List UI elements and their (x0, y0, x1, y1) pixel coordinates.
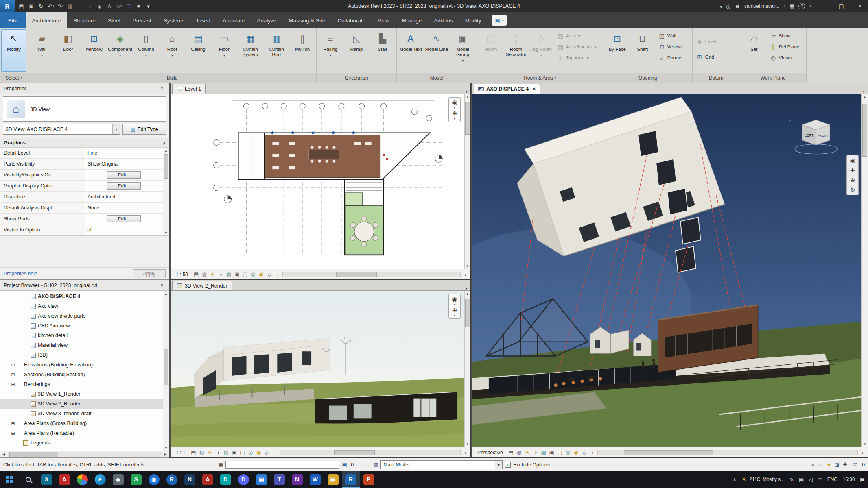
taskbar-app[interactable] (73, 471, 91, 488)
rendering-dialog-icon[interactable]: ▨ (540, 449, 548, 455)
scroll-left-icon[interactable]: ‹ (589, 450, 596, 455)
show-crop-region-icon[interactable]: ▢ (238, 449, 246, 455)
scroll-right-icon[interactable]: › (859, 450, 866, 455)
property-row[interactable]: Graphic Display Optio... Edit... (0, 181, 163, 192)
projection-mode-control[interactable]: Perspective (474, 450, 506, 455)
select-underlay-icon[interactable]: ▱ (817, 462, 825, 468)
ribbon-tab[interactable]: File (0, 12, 26, 28)
visual-style-icon[interactable]: ◍ (200, 271, 208, 277)
view-tab-menu-icon[interactable]: ▾ (466, 89, 468, 94)
tree-item[interactable]: Material view (0, 340, 163, 350)
column-button[interactable]: ▯ Column ▾ (133, 29, 159, 72)
property-value[interactable]: Show Original (85, 159, 163, 169)
weather-widget[interactable]: ☀ 21°C Mostly s... (741, 476, 785, 483)
constraints-icon[interactable]: ◇ (262, 449, 271, 455)
select-pinned-icon[interactable]: ★ (825, 462, 833, 468)
scroll-up-icon[interactable]: ▲ (163, 148, 169, 153)
vertical-opening-button[interactable]: ⊓ Vertical (657, 42, 690, 52)
user-menu-caret-icon[interactable]: ▾ (784, 4, 786, 8)
scroll-left-icon[interactable]: ◀ (0, 453, 7, 456)
start-button[interactable] (0, 471, 19, 488)
mullion-button[interactable]: ∥ Mullion (290, 29, 315, 72)
property-value[interactable]: None (85, 203, 163, 213)
notification-center-icon[interactable]: ▣ (860, 477, 865, 483)
reveal-hidden-elements-icon[interactable]: ◉ (572, 449, 580, 455)
tree-item[interactable]: ⊟ Renderings (0, 379, 163, 389)
text-icon[interactable]: A (105, 2, 114, 11)
close-view-icon[interactable]: × (533, 86, 536, 92)
view-tab-menu-icon[interactable]: ▾ (863, 89, 865, 94)
signed-in-user[interactable]: samuel.macali... (744, 3, 780, 9)
active-tool-indicator[interactable]: ▣ ▾ (492, 15, 506, 26)
panel-label-work-plane[interactable]: Work Plane (740, 73, 806, 83)
design-options-icon[interactable]: ▧ (373, 462, 378, 468)
show-crop-region-icon[interactable]: ▢ (556, 449, 564, 455)
wall-opening-button[interactable]: ◫ Wall (657, 31, 690, 41)
back-icon[interactable]: ◂ (719, 3, 722, 9)
workset-input[interactable] (225, 461, 339, 469)
area-button[interactable]: ▨ Area ▾ (555, 31, 601, 41)
scroll-left-icon[interactable]: ‹ (271, 450, 278, 455)
ribbon-tab[interactable]: Steel (102, 12, 127, 28)
help-menu-caret-icon[interactable]: ▾ (809, 4, 811, 8)
view-tab-menu-icon[interactable]: ▾ (466, 286, 468, 290)
curtain-grid-button[interactable]: ▥ Curtain Grid (264, 29, 289, 72)
panel-label-build[interactable]: Build (28, 73, 316, 83)
detail-level-icon[interactable]: ▤ (507, 449, 515, 455)
taskbar-app[interactable]: D (234, 471, 252, 488)
property-row[interactable]: Visible In Option all (0, 224, 163, 235)
scroll-down-icon[interactable]: ▼ (163, 230, 169, 235)
ribbon-tab[interactable]: Add-Ins (428, 12, 459, 28)
property-row[interactable]: Detail Level Fine (0, 148, 163, 159)
customize-qat-icon[interactable]: ▾ (144, 2, 153, 11)
modify-button[interactable]: ↖ Modify (1, 29, 26, 72)
pen-icon[interactable]: ✎ (789, 477, 794, 483)
shadows-icon[interactable]: ◑ (214, 449, 222, 455)
scroll-up-icon[interactable]: ▲ (465, 94, 470, 100)
temporary-hide-isolate-icon[interactable]: ◎ (246, 449, 254, 455)
chevron-down-icon[interactable]: ▾ (454, 314, 455, 317)
scale-control[interactable]: 1 : 1 (173, 450, 188, 455)
taskbar-app[interactable]: S (127, 471, 145, 488)
zoom-icon[interactable]: ⊕ (850, 176, 855, 183)
navigation-bar[interactable]: ◉ ▾ ⊕ ▾ (448, 97, 461, 122)
close-button[interactable]: × (853, 0, 867, 12)
taskbar-app[interactable]: N (288, 471, 306, 488)
rendering-dialog-icon[interactable]: ▨ (225, 271, 233, 277)
tree-item[interactable]: ⊞ Area Plans (Rentable) (0, 428, 163, 438)
tree-item[interactable]: 3D View 2_Render (0, 399, 163, 409)
navigation-bar[interactable]: ◉ ✚ ⊕ ↻ (846, 155, 859, 195)
scroll-down-icon[interactable]: ▼ (465, 441, 470, 447)
horizontal-scrollbar[interactable] (597, 450, 858, 455)
ribbon-tab[interactable]: Architecture (26, 12, 67, 28)
apply-button[interactable]: Apply (133, 269, 166, 278)
thin-lines-icon[interactable]: ≡ (134, 2, 143, 11)
taskbar-app[interactable]: P (360, 471, 378, 488)
drag-on-selection-icon[interactable]: ✚ (841, 462, 849, 468)
full-navigation-wheel-icon[interactable]: ◉ (850, 157, 855, 164)
editable-only-icon[interactable]: ▣ (342, 462, 347, 468)
visual-style-icon[interactable]: ◍ (515, 449, 523, 455)
property-value[interactable]: Edit... (85, 170, 163, 180)
taskbar-app[interactable]: ◍ (145, 471, 163, 488)
select-by-face-icon[interactable]: ◪ (833, 462, 841, 468)
horizontal-scrollbar[interactable] (282, 272, 461, 277)
graphics-section-header[interactable]: Graphics ∧ (0, 138, 169, 148)
rendering-dialog-icon[interactable]: ▨ (222, 449, 230, 455)
chevron-down-icon[interactable]: ▾ (454, 117, 455, 120)
panel-label-room-area[interactable]: Room & Area▾ (477, 73, 603, 83)
close-icon[interactable]: × (158, 85, 166, 92)
ribbon-tab[interactable]: Precast (127, 12, 157, 28)
network-icon[interactable]: ◠ (818, 477, 822, 483)
crop-view-icon[interactable]: ▣ (230, 449, 238, 455)
navigation-bar[interactable]: ◉ ▾ ⊕ ▾ (448, 294, 461, 319)
tree-item[interactable]: AXO DISPLACE 4 (0, 292, 163, 301)
help-icon[interactable]: ? (798, 3, 805, 9)
language-indicator[interactable]: ENG (827, 477, 838, 482)
ribbon-tab[interactable]: Structure (67, 12, 102, 28)
design-option-select[interactable]: Main Model ▾ (380, 460, 503, 469)
level-button[interactable]: ◆ Level (695, 37, 738, 46)
by-face-button[interactable]: ⊡ By Face (605, 29, 630, 72)
ribbon-tab[interactable]: Analyze (251, 12, 282, 28)
user-avatar-icon[interactable]: ☻ (735, 3, 740, 9)
